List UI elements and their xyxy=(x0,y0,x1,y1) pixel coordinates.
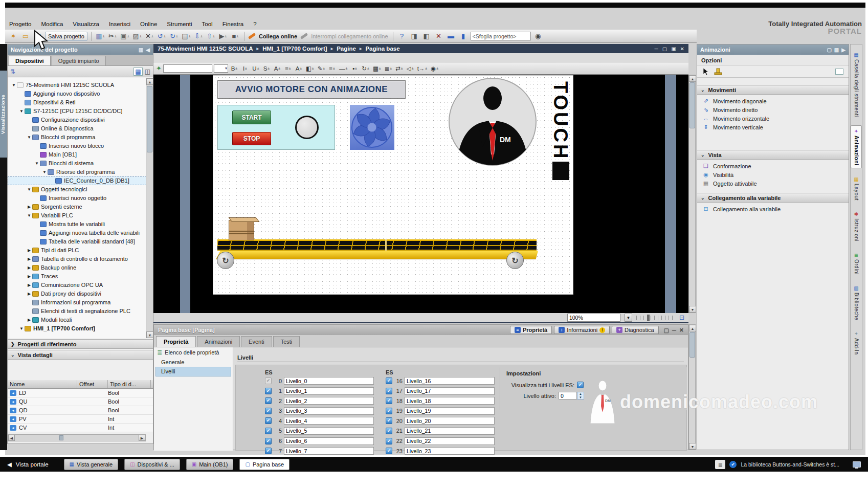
column-view-icon[interactable]: ▦ xyxy=(133,68,142,76)
expand-panel-icon[interactable]: ▶ xyxy=(841,47,845,53)
menu-item[interactable]: ? xyxy=(253,21,256,27)
font-name-combo[interactable] xyxy=(163,64,212,73)
layer-checkbox[interactable] xyxy=(265,438,272,444)
tree-item[interactable]: ▼ Variabili PLC xyxy=(8,211,147,220)
sort-icon[interactable]: ⇅ xyxy=(10,68,15,75)
tree-expand-icon[interactable]: ▶ xyxy=(26,246,32,255)
redo-icon[interactable]: ↻± xyxy=(169,31,179,41)
tree-item[interactable]: ▶ Tabella di controllo e di forzamento xyxy=(8,255,147,263)
favorites-icon[interactable]: ✦ xyxy=(156,64,162,72)
delete-icon[interactable]: ✕± xyxy=(144,31,154,41)
restore-icon[interactable]: ▢ xyxy=(662,46,667,52)
animation-item[interactable]: ⇕ Movimento verticale xyxy=(697,123,849,131)
tree-expand-icon[interactable]: ▼ xyxy=(26,185,32,194)
tree-expand-icon[interactable]: ▶ xyxy=(26,281,32,290)
tree-item[interactable]: Inserisci nuovo blocco xyxy=(8,142,147,150)
animation-item[interactable]: ❏ Conformazione xyxy=(697,162,849,170)
accessible-devices-icon[interactable]: ? xyxy=(397,31,407,41)
tree-item[interactable]: ▶ Moduli locali xyxy=(8,316,147,324)
table-row[interactable]: PV Int xyxy=(8,415,153,424)
layer-name-input[interactable] xyxy=(284,387,374,395)
table-row[interactable]: QU Bool xyxy=(8,397,153,406)
table-row[interactable]: QD Bool xyxy=(8,406,153,415)
line-spacing-icon[interactable]: ≡± xyxy=(283,64,293,73)
layer-name-input[interactable] xyxy=(284,417,374,425)
layer-checkbox[interactable] xyxy=(265,377,272,384)
italic-icon[interactable]: I± xyxy=(240,64,250,73)
hmi-title-field[interactable]: AVVIO MOTORE CON ANIMAZIONE xyxy=(217,80,406,99)
layer-checkbox[interactable] xyxy=(386,438,392,444)
menu-item[interactable]: Online xyxy=(140,21,157,27)
paste-icon[interactable]: ▨± xyxy=(132,31,142,41)
save-project-icon[interactable]: ◫ xyxy=(33,31,43,41)
scroll-up-icon[interactable]: ▲ xyxy=(689,75,696,82)
layer-name-input[interactable] xyxy=(405,437,495,445)
tree-item[interactable]: ▼ Blocchi di sistema xyxy=(8,159,147,168)
section-header[interactable]: ⌄ Collegamento alla variabile xyxy=(697,193,849,203)
disconnect-online-button[interactable]: Interrompi collegamento online xyxy=(311,33,388,39)
layer-checkbox[interactable] xyxy=(265,417,272,424)
side-tab[interactable]: ▥ Biblioteche xyxy=(851,283,862,323)
menu-item[interactable]: Visualizza xyxy=(73,21,99,27)
tree-item[interactable]: ▼ S7-1215C [CPU 1215C DC/DC/DC] xyxy=(8,107,147,116)
line-width-icon[interactable]: —± xyxy=(338,64,348,73)
tree-item[interactable]: ▼ HMI_1 [TP700 Comfort] xyxy=(8,324,147,333)
layer-name-input[interactable] xyxy=(405,407,495,415)
scroll-thumb[interactable] xyxy=(59,435,63,440)
scroll-right-icon[interactable]: ▶ xyxy=(139,435,145,441)
menu-item[interactable]: Strumenti xyxy=(167,21,192,27)
stepper-up-down-icon[interactable]: ▲▼ xyxy=(577,392,584,399)
scroll-up-icon[interactable]: ▲ xyxy=(689,325,696,331)
menu-item[interactable]: Inserisci xyxy=(109,21,130,27)
tree-item[interactable]: Aggiungi nuovo dispositivo xyxy=(8,90,147,98)
tree-item[interactable]: ▶ Sorgenti esterne xyxy=(8,203,147,211)
person-image[interactable]: DM xyxy=(449,78,537,166)
tree-expand-icon[interactable]: ▼ xyxy=(11,81,17,90)
rotation-icon[interactable]: ↻± xyxy=(361,64,370,73)
pin-icon[interactable]: ▥ xyxy=(139,47,143,53)
layer-checkbox[interactable] xyxy=(265,397,272,404)
taskbar-button[interactable]: ▦ Vista generale xyxy=(64,459,119,470)
tree-item[interactable]: ▶ Backup online xyxy=(8,263,147,272)
print-icon[interactable]: ▦± xyxy=(95,31,105,41)
save-project-button[interactable]: Salva progetto xyxy=(45,32,87,41)
animation-item[interactable]: ⊟ Collegamento alla variabile xyxy=(697,205,849,213)
runtime-monitor-icon[interactable] xyxy=(853,461,861,468)
tree-expand-icon[interactable]: ▶ xyxy=(26,272,32,281)
tree-expand-icon[interactable]: ▶ xyxy=(26,203,32,211)
properties-tab[interactable]: Eventi xyxy=(241,336,272,347)
stamp-icon[interactable] xyxy=(714,68,722,75)
layer-checkbox[interactable] xyxy=(265,448,272,454)
tree-item[interactable]: Online & Diagnostica xyxy=(8,124,147,133)
hmi-page[interactable]: AVVIO MOTORE CON ANIMAZIONE START STOP xyxy=(213,76,573,294)
layer-name-input[interactable] xyxy=(405,427,495,435)
cross-reference-icon[interactable]: ✕ xyxy=(434,31,444,41)
tree-item[interactable]: ▼ 75-Movimenti HMI 1215C SCUOLA xyxy=(8,81,147,90)
close-panel-icon[interactable]: ✕ xyxy=(679,327,684,334)
tab-order-icon[interactable]: t→± xyxy=(416,64,429,73)
zoom-tool-icon[interactable]: ◉± xyxy=(430,64,439,73)
object-format-icon[interactable]: ▪± xyxy=(350,64,359,73)
tree-item[interactable]: Mostra tutte le variabili xyxy=(8,220,147,229)
table-row[interactable]: LD Bool xyxy=(8,389,153,397)
layer-name-input[interactable] xyxy=(284,407,374,415)
start-runtime-icon[interactable]: ▶± xyxy=(218,31,228,41)
stop-simulation-icon[interactable]: ◧ xyxy=(421,31,432,41)
new-project-icon[interactable]: ✶ xyxy=(8,31,18,41)
tree-item[interactable]: Tabella delle variabili standard [48] xyxy=(8,237,147,246)
start-button[interactable]: START xyxy=(232,110,271,124)
float-panel-icon[interactable]: ▢ xyxy=(664,327,669,334)
touch-black-bar[interactable] xyxy=(552,162,569,180)
font-color-icon[interactable]: A± xyxy=(294,64,303,73)
split-horizontal-icon[interactable]: ▬ xyxy=(446,31,456,41)
tree-item[interactable]: IEC_Counter_0_DB [DB1] xyxy=(8,176,147,185)
side-tab[interactable]: ▦ Casella degli strumenti xyxy=(851,50,862,120)
compile-icon[interactable]: ▤± xyxy=(181,31,191,41)
screen-editor-canvas[interactable]: AVVIO MOTORE CON ANIMAZIONE START STOP xyxy=(153,75,688,313)
tree-expand-icon[interactable]: ▼ xyxy=(26,211,32,220)
maximize-icon[interactable]: ▣ xyxy=(671,46,676,52)
taskbar-button[interactable]: ◫ Dispositivi & ... xyxy=(124,459,180,470)
layer-name-input[interactable] xyxy=(284,377,374,385)
show-all-layers-checkbox[interactable] xyxy=(577,382,584,388)
zoom-slider-thumb[interactable] xyxy=(647,315,650,321)
